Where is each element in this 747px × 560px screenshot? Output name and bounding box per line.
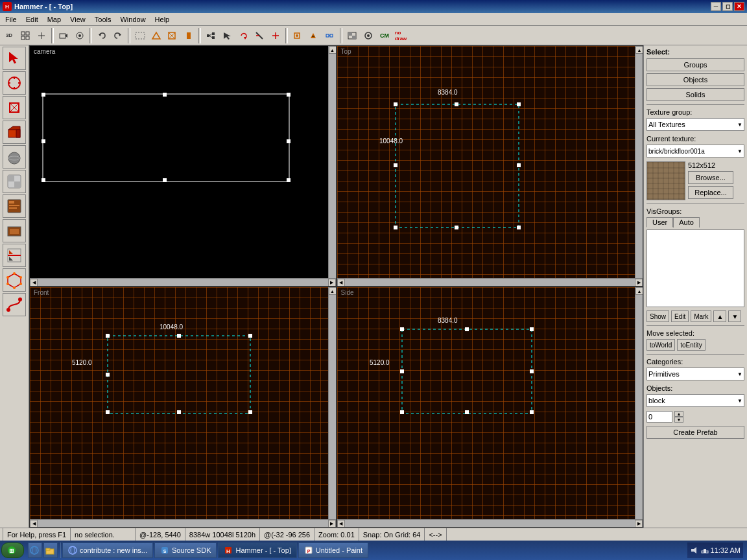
tb-t4[interactable] bbox=[181, 28, 196, 43]
select-tool-btn[interactable] bbox=[3, 47, 26, 70]
tb-clip[interactable] bbox=[252, 28, 267, 43]
tb-entity3[interactable] bbox=[322, 28, 338, 43]
path-tool-btn[interactable] bbox=[3, 293, 26, 316]
decal-tool-btn[interactable] bbox=[3, 194, 26, 218]
scroll-left[interactable]: ◀ bbox=[337, 279, 345, 286]
scroll-left[interactable]: ◀ bbox=[30, 279, 38, 286]
front-vscroll[interactable]: ▲ ▼ bbox=[328, 287, 336, 527]
scroll-up[interactable]: ▲ bbox=[329, 46, 337, 54]
tb-camera2[interactable] bbox=[72, 28, 88, 43]
objects-btn[interactable]: Objects bbox=[646, 73, 744, 86]
close-button[interactable]: ✕ bbox=[734, 2, 744, 11]
tb-entity[interactable] bbox=[290, 28, 305, 43]
to-entity-btn[interactable]: toEntity bbox=[677, 339, 705, 351]
create-prefab-btn[interactable]: Create Prefab bbox=[646, 426, 744, 439]
menu-edit[interactable]: Edit bbox=[22, 15, 42, 24]
tb-vertex[interactable] bbox=[203, 28, 219, 43]
scroll-up[interactable]: ▲ bbox=[635, 287, 643, 295]
taskbar-paint[interactable]: P Untitled - Paint bbox=[298, 542, 368, 558]
vg-up-btn[interactable]: ▲ bbox=[713, 310, 726, 322]
restore-button[interactable]: ◻ bbox=[722, 2, 733, 11]
scroll-right[interactable]: ▶ bbox=[328, 279, 336, 286]
scroll-right[interactable]: ▶ bbox=[635, 279, 643, 286]
taskbar-sdk[interactable]: S Source SDK bbox=[154, 542, 217, 558]
overlay-tool-btn[interactable] bbox=[3, 219, 26, 242]
current-texture-select[interactable]: brick/brickfloor001a ▼ bbox=[646, 145, 744, 158]
objects-value: block bbox=[648, 397, 665, 404]
visgroups-tabs: User Auto bbox=[646, 217, 744, 228]
side-vscroll[interactable]: ▲ ▼ bbox=[635, 287, 643, 527]
scroll-left[interactable]: ◀ bbox=[337, 520, 345, 528]
tb-rotate[interactable] bbox=[235, 28, 251, 43]
entity-tool-btn[interactable] bbox=[3, 96, 26, 119]
prefab-input[interactable] bbox=[646, 411, 672, 423]
sphere-tool-btn[interactable] bbox=[3, 145, 26, 169]
vg-down-btn[interactable]: ▼ bbox=[728, 310, 741, 322]
categories-select[interactable]: Primitives ▼ bbox=[646, 368, 744, 380]
show-btn[interactable]: Show bbox=[646, 310, 669, 322]
browse-btn[interactable]: Browse... bbox=[688, 171, 733, 184]
tb-settings[interactable] bbox=[361, 28, 376, 43]
vg-tab-user[interactable]: User bbox=[646, 217, 673, 228]
minimize-button[interactable]: ─ bbox=[711, 2, 721, 11]
scroll-up[interactable]: ▲ bbox=[329, 287, 337, 295]
top-label: Top bbox=[341, 48, 351, 55]
texture-preview bbox=[646, 161, 685, 200]
taskbar-ie[interactable]: contribute : new ins... bbox=[62, 542, 153, 558]
spinner-down[interactable]: ▼ bbox=[674, 417, 683, 423]
menu-map[interactable]: Map bbox=[43, 15, 65, 24]
vm-tool-btn[interactable] bbox=[3, 268, 26, 292]
camera-tool-btn[interactable] bbox=[3, 71, 26, 95]
tb-cm[interactable]: CM bbox=[377, 28, 392, 43]
tb-clip2[interactable] bbox=[268, 28, 283, 43]
scroll-right[interactable]: ▶ bbox=[635, 520, 643, 528]
tb-camera[interactable] bbox=[56, 28, 71, 43]
menu-file[interactable]: File bbox=[1, 15, 21, 24]
quicklaunch-ie[interactable] bbox=[28, 542, 42, 558]
tb-t3[interactable] bbox=[165, 28, 180, 43]
svg-rect-104 bbox=[248, 410, 252, 414]
tb-t1[interactable] bbox=[132, 28, 148, 43]
texture-tool-btn[interactable] bbox=[3, 170, 26, 193]
start-button[interactable]: ⊞ bbox=[1, 542, 24, 558]
groups-btn[interactable]: Groups bbox=[646, 58, 744, 71]
texture-group-select[interactable]: All Textures ▼ bbox=[646, 118, 744, 131]
spinner-up[interactable]: ▲ bbox=[674, 411, 683, 417]
tb-grid2[interactable] bbox=[34, 28, 49, 43]
top-vscroll[interactable]: ▲ ▼ bbox=[635, 46, 643, 286]
menu-tools[interactable]: Tools bbox=[91, 15, 115, 24]
svg-rect-105 bbox=[402, 329, 532, 414]
camera-hscroll[interactable]: ◀ ▶ bbox=[30, 278, 336, 286]
tb-redo[interactable] bbox=[110, 28, 126, 43]
vg-tab-auto[interactable]: Auto bbox=[673, 217, 700, 228]
scroll-right[interactable]: ▶ bbox=[328, 520, 336, 528]
tb-undo[interactable] bbox=[94, 28, 110, 43]
taskbar-hammer[interactable]: H Hammer - [ - Top] bbox=[218, 542, 296, 558]
objects-select[interactable]: block ▼ bbox=[646, 394, 744, 407]
tb-checker[interactable] bbox=[344, 28, 360, 43]
scroll-left[interactable]: ◀ bbox=[30, 520, 38, 528]
quicklaunch-folder[interactable] bbox=[43, 542, 58, 558]
side-hscroll[interactable]: ◀ ▶ bbox=[337, 519, 643, 527]
tb-entity2[interactable] bbox=[306, 28, 322, 43]
tb-nodraw[interactable]: nodraw bbox=[393, 28, 409, 43]
solids-btn[interactable]: Solids bbox=[646, 88, 744, 101]
tb-select[interactable] bbox=[219, 28, 235, 43]
to-world-btn[interactable]: toWorld bbox=[646, 339, 675, 351]
block-tool-btn[interactable] bbox=[3, 121, 26, 144]
edit-btn[interactable]: Edit bbox=[671, 310, 689, 322]
camera-vscroll[interactable]: ▲ ▼ bbox=[328, 46, 336, 286]
tb-3d[interactable]: 3D bbox=[1, 28, 17, 43]
tb-t2[interactable] bbox=[148, 28, 164, 43]
menu-help[interactable]: Help bbox=[151, 15, 174, 24]
menu-view[interactable]: View bbox=[66, 15, 89, 24]
front-hscroll[interactable]: ◀ ▶ bbox=[30, 519, 336, 527]
clip-tool-btn[interactable] bbox=[3, 244, 26, 267]
top-hscroll[interactable]: ◀ ▶ bbox=[337, 278, 643, 286]
taskbar-sdk-label: Source SDK bbox=[172, 546, 211, 554]
mark-btn[interactable]: Mark bbox=[691, 310, 711, 322]
menu-window[interactable]: Window bbox=[116, 15, 149, 24]
replace-btn[interactable]: Replace... bbox=[688, 186, 733, 199]
scroll-up[interactable]: ▲ bbox=[635, 46, 643, 54]
tb-grid1[interactable] bbox=[18, 28, 33, 43]
